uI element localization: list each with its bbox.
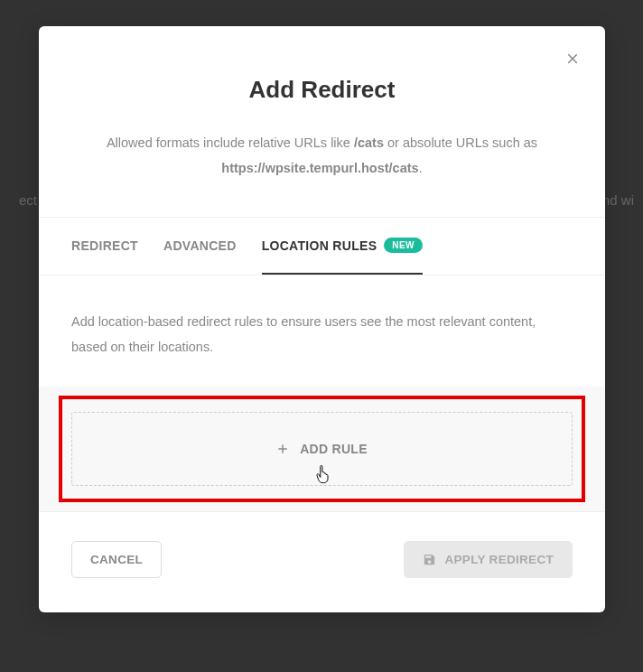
add-redirect-modal: Add Redirect Allowed formats include rel…	[39, 26, 605, 612]
save-icon	[423, 553, 436, 566]
cursor-pointer-icon	[314, 465, 331, 485]
tab-redirect[interactable]: REDIRECT	[71, 218, 138, 275]
apply-redirect-button[interactable]: APPLY REDIRECT	[404, 541, 573, 578]
tab-content: Add location-based redirect rules to ens…	[39, 275, 605, 387]
modal-title: Add Redirect	[75, 76, 569, 104]
modal-footer: CANCEL APPLY REDIRECT	[39, 511, 605, 612]
close-button[interactable]	[562, 48, 583, 70]
location-rules-description: Add location-based redirect rules to ens…	[71, 310, 573, 359]
cancel-button[interactable]: CANCEL	[71, 541, 162, 578]
background-text-right: nd wi	[602, 192, 634, 208]
tabs: REDIRECT ADVANCED LOCATION RULES NEW	[39, 218, 605, 275]
tab-advanced[interactable]: ADVANCED	[163, 218, 237, 275]
modal-header: Add Redirect Allowed formats include rel…	[39, 26, 605, 218]
new-badge: NEW	[384, 238, 423, 253]
plus-icon	[276, 443, 289, 455]
tab-label: LOCATION RULES	[262, 238, 377, 253]
add-rule-section: ADD RULE	[39, 387, 605, 511]
tab-location-rules[interactable]: LOCATION RULES NEW	[262, 218, 423, 275]
add-rule-button[interactable]: ADD RULE	[71, 412, 573, 486]
add-rule-label: ADD RULE	[300, 442, 368, 456]
modal-subtitle: Allowed formats include relative URLs li…	[75, 131, 569, 181]
close-icon	[564, 51, 581, 67]
apply-label: APPLY REDIRECT	[445, 553, 554, 566]
